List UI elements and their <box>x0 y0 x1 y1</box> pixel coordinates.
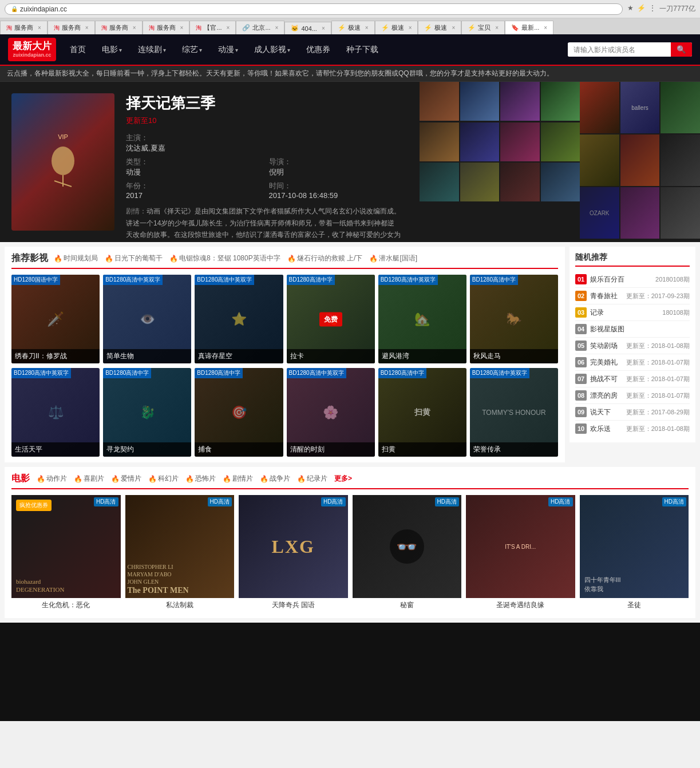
right-thumb-3[interactable] <box>661 82 700 133</box>
sidebar-item-2[interactable]: 02 青春旅社 更新至：2017-09-23期 <box>575 288 690 304</box>
cat-link-action[interactable]: 🔥动作片 <box>37 474 67 484</box>
cat-link-romance[interactable]: 🔥爱情片 <box>111 474 141 484</box>
movie-card-9[interactable]: 🌸 BD1280高清中英双字 清醒的时刻 <box>287 368 375 457</box>
movie-title-7: 寻龙契约 <box>103 442 191 457</box>
nav-home[interactable]: 首页 <box>62 40 94 60</box>
tab-taobao-4[interactable]: 淘 服务商 × <box>143 21 190 34</box>
sidebar-item-1[interactable]: 01 娱乐百分百 20180108期 <box>575 271 690 288</box>
sidebar-item-9[interactable]: 09 说天下 更新至：2017-08-29期 <box>575 404 690 421</box>
movie-card-8[interactable]: 🎯 BD1280高清中字 捕食 <box>195 368 283 457</box>
hot-link-2[interactable]: 🔥日光下的葡萄干 <box>105 254 163 263</box>
hero-thumb-8[interactable] <box>541 122 580 161</box>
hero-thumb-9[interactable] <box>420 163 459 201</box>
nav-adult[interactable]: 成人影视▾ <box>246 40 298 60</box>
hero-thumb-3[interactable] <box>500 82 540 121</box>
cat-link-scifi[interactable]: 🔥科幻片 <box>148 474 179 484</box>
cat-link-drama[interactable]: 🔥剧情片 <box>223 474 253 484</box>
site-logo[interactable]: 最新大片 zuixindapian.cc <box>8 38 56 61</box>
nav-variety[interactable]: 综艺▾ <box>174 40 210 60</box>
right-thumb-1[interactable] <box>580 82 619 133</box>
right-thumb-7[interactable]: OZARK <box>580 187 619 239</box>
movie-card-6[interactable]: ⚖️ BD1280高清中英双字 生活天平 <box>11 368 100 457</box>
sidebar-item-6[interactable]: 06 完美婚礼 更新至：2018-01-07期 <box>575 354 690 371</box>
bottom-movie-0[interactable]: biohazardDEGENERATION HD高清 疯抢优惠券 生化危机：恶化 <box>11 495 121 612</box>
movie-grid-row2: ⚖️ BD1280高清中英双字 生活天平 🐉 BD1280高清中字 寻龙契约 <box>11 368 558 457</box>
movie-card-11[interactable]: TOMMY'S HONOUR BD1280高清中英双字 荣誉传承 <box>470 368 558 457</box>
right-thumb-8[interactable] <box>620 187 660 239</box>
sidebar-name-7: 挑战不可 <box>590 374 626 384</box>
movie-card-5[interactable]: 🐎 BD1280高清中字 秋风走马 <box>470 275 558 363</box>
tab-speed2[interactable]: ⚡ 极速 × <box>375 21 418 34</box>
movie-card-4[interactable]: 🏡 BD1280高清中英双字 避风港湾 <box>378 275 466 363</box>
cat-link-more[interactable]: 更多> <box>334 474 352 484</box>
nav-coupon[interactable]: 优惠券 <box>298 40 338 60</box>
bottom-movie-3[interactable]: 👓 HD高清 秘窗 <box>353 495 462 612</box>
notice-text: 云点播，各种最新影视大全，每日睡前看一钟，浮身上下都轻松。天天有更新，等你哦！如… <box>7 69 553 77</box>
cat-link-comedy[interactable]: 🔥喜剧片 <box>74 474 104 484</box>
sidebar-item-10[interactable]: 10 欢乐送 更新至：2018-01-08期 <box>575 421 690 437</box>
hot-link-1[interactable]: 🔥时间规划局 <box>54 254 98 263</box>
hero-thumb-7[interactable] <box>500 122 540 161</box>
movie-card-1[interactable]: 👁️ BD1280高清中英双字 简单生物 <box>103 275 191 363</box>
sidebar-item-4[interactable]: 04 影视星版图 <box>575 321 690 338</box>
tab-speed3[interactable]: ⚡ 极速 × <box>418 21 461 34</box>
sidebar-num-2: 02 <box>575 291 587 301</box>
hero-poster[interactable]: VIP <box>11 93 114 231</box>
movie-badge-0: HD1280国语中字 <box>11 275 60 285</box>
extension-icon[interactable]: ⚡ <box>637 4 646 14</box>
nav-movies[interactable]: 电影▾ <box>94 40 130 60</box>
hero-thumb-2[interactable] <box>460 82 500 121</box>
menu-icon[interactable]: ⋮ <box>649 4 656 14</box>
browser-url-bar[interactable]: 🔒 zuixindapian.cc <box>5 3 623 15</box>
right-thumb-4[interactable] <box>580 134 619 186</box>
hero-thumb-10[interactable] <box>460 163 500 201</box>
tab-taobao-1[interactable]: 淘 服务商 × <box>0 21 48 34</box>
tab-404[interactable]: 🐱 404... × <box>284 22 331 34</box>
hero-thumb-5[interactable] <box>420 122 459 161</box>
tab-taobao-2[interactable]: 淘 服务商 × <box>48 21 95 34</box>
hero-thumb-11[interactable] <box>500 163 540 201</box>
right-thumb-2[interactable]: ballers <box>620 82 660 133</box>
user-account[interactable]: 一刀7777亿 <box>659 4 695 14</box>
hot-link-4[interactable]: 🔥燧石行动的救赎 上/下 <box>287 254 363 263</box>
hero-thumb-4[interactable] <box>541 82 580 121</box>
right-thumb-5[interactable] <box>620 134 660 186</box>
right-thumb-6[interactable] <box>661 134 700 186</box>
promo-badge-0[interactable]: 疯抢优惠券 <box>16 500 52 511</box>
movie-card-3[interactable]: 🎭 免费 BD1280高清中字 拉卡 <box>287 275 375 363</box>
cat-link-horror[interactable]: 🔥恐怖片 <box>185 474 216 484</box>
sidebar-item-8[interactable]: 08 漂亮的房 更新至：2018-01-07期 <box>575 387 690 404</box>
sidebar-item-7[interactable]: 07 挑战不可 更新至：2018-01-07期 <box>575 371 690 387</box>
bottom-movie-2[interactable]: LXG HD高清 天降奇兵 国语 <box>239 495 348 612</box>
hero-thumb-1[interactable] <box>420 82 459 121</box>
tab-speed1[interactable]: ⚡ 极速 × <box>331 21 375 34</box>
nav-series[interactable]: 连续剧▾ <box>130 40 174 60</box>
tab-zuixin[interactable]: 🔖 最新... × <box>505 21 553 34</box>
search-input[interactable] <box>568 43 671 57</box>
hot-link-3[interactable]: 🔥电锯惊魂8：竖锯 1080P英语中字 <box>169 254 280 263</box>
movie-card-7[interactable]: 🐉 BD1280高清中字 寻龙契约 <box>103 368 191 457</box>
tab-baobei[interactable]: ⚡ 宝贝 × <box>461 21 505 34</box>
tab-beijing[interactable]: 🔗 北京... × <box>236 21 284 34</box>
movie-card-10[interactable]: 扫黄 BD1280高清中字 扫黄 <box>378 368 466 457</box>
movie-card-2[interactable]: ⭐ BD1280高清中英双字 真谛存星空 <box>195 275 283 363</box>
movie-card-0[interactable]: 🗡️ HD1280国语中字 绣春刀II：修罗战 <box>11 275 100 363</box>
hot-link-5[interactable]: 🔥潜水艇[国语] <box>369 254 417 263</box>
right-thumb-9[interactable] <box>661 187 700 239</box>
sidebar-item-5[interactable]: 05 笑动剧场 更新至：2018-01-08期 <box>575 338 690 354</box>
hero-meta: 主演：沈达威,夏嘉 类型：动漫 导演：倪明 年份：2017 时间：2017-10… <box>126 133 408 200</box>
cat-link-war[interactable]: 🔥战争片 <box>260 474 290 484</box>
bottom-movie-5[interactable]: 四十年青年III依靠我 HD高清 圣徒 <box>580 495 689 612</box>
nav-torrent[interactable]: 种子下载 <box>338 40 386 60</box>
hero-thumb-6[interactable] <box>460 122 500 161</box>
nav-anime[interactable]: 动漫▾ <box>210 40 246 60</box>
cat-link-documentary[interactable]: 🔥纪录片 <box>297 474 327 484</box>
bookmark-star-icon[interactable]: ★ <box>627 4 634 14</box>
bottom-movie-1[interactable]: CHRISTOPHER LIMARYAM D'ABOJOHN GLENThe P… <box>125 495 235 612</box>
sidebar-item-3[interactable]: 03 记录 180108期 <box>575 304 690 321</box>
search-button[interactable]: 🔍 <box>671 42 692 57</box>
hero-thumb-12[interactable] <box>541 163 580 201</box>
tab-official[interactable]: 淘 【官... × <box>189 21 236 34</box>
tab-taobao-3[interactable]: 淘 服务商 × <box>95 21 143 34</box>
bottom-movie-4[interactable]: IT'S A DRI... HD高清 圣诞奇遇结良缘 <box>466 495 575 612</box>
